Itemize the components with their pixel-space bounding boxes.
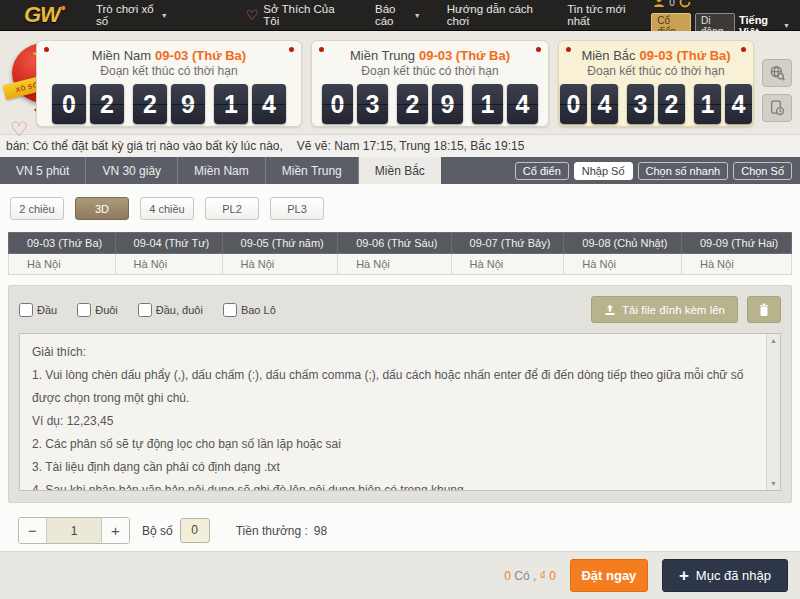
heart-icon[interactable]: ♡ [10, 117, 28, 141]
sets-label: Bộ số [142, 524, 173, 538]
balance-amount: 0 [669, 0, 675, 8]
scroll-down-icon[interactable]: ▼ [770, 477, 777, 490]
multiplier-input[interactable] [46, 518, 102, 543]
checkbox-dau-duoi[interactable]: Đầu, đuôi [138, 303, 203, 317]
region-countdown-panels: Miền Nam09-03 (Thứ Ba) Đoạn kết thúc có … [36, 40, 754, 127]
refresh-icon[interactable] [679, 0, 691, 12]
countdown-strip: ★ XỔ SỐ VIỆT NAM ♡ Miền Nam09-03 (Thứ Ba… [0, 31, 800, 135]
countdown-timer: 03 29 14 [312, 84, 548, 124]
timer-digit: 9 [432, 84, 463, 124]
checkbox-input[interactable] [19, 303, 33, 317]
results-lookup-button[interactable] [762, 59, 792, 87]
mode-co-dien-button[interactable]: Cổ điển [515, 162, 569, 180]
subtab-pl2[interactable]: PL2 [205, 197, 259, 220]
venue-cell[interactable]: Hà Nội [681, 254, 791, 275]
tab-mien-nam[interactable]: Miền Nam [178, 157, 266, 184]
mode-chon-so-nhanh-button[interactable]: Chọn số nhanh [638, 162, 729, 180]
main-content: 2 chiều 3D 4 chiều PL2 PL3 09-03 (Thứ Ba… [0, 184, 800, 599]
increment-button[interactable]: + [102, 518, 129, 543]
timer-digit: 2 [90, 84, 124, 124]
entered-items-button[interactable]: +Mục đã nhập [662, 559, 788, 592]
checkbox-bao-lo[interactable]: Bao Lô [223, 303, 276, 317]
timer-digit: 9 [171, 84, 205, 124]
clear-trash-button[interactable] [747, 296, 781, 323]
date-header: 09-09 (Thứ Hai) [681, 233, 791, 254]
panel-mien-trung: Miền Trung09-03 (Thứ Ba) Đoạn kết thúc c… [311, 40, 549, 127]
corner-dot [289, 47, 294, 52]
history-document-button[interactable] [762, 94, 792, 122]
decrement-button[interactable]: − [19, 518, 46, 543]
heart-icon: ♡ [246, 8, 259, 22]
draw-date: 09-03 (Thứ Ba) [155, 48, 246, 63]
sale-info-text: bán: Có thể đặt bất kỳ giá trị nào vào b… [6, 139, 283, 153]
corner-dot [319, 47, 324, 52]
deadline-label: Đoạn kết thúc có thời hạn [559, 64, 753, 78]
venue-cell[interactable]: Hà Nội [9, 254, 116, 275]
checkbox-duoi[interactable]: Đuôi [77, 303, 118, 317]
checkbox-dau[interactable]: Đầu [19, 303, 57, 317]
venue-cell[interactable]: Hà Nội [564, 254, 682, 275]
subtab-pl3[interactable]: PL3 [270, 197, 324, 220]
place-bet-button[interactable]: Đặt ngay [570, 559, 648, 592]
timer-digit: 4 [725, 84, 752, 124]
venue-cell[interactable]: Hà Nội [222, 254, 338, 275]
mode-chon-so-button[interactable]: Chọn Số [733, 162, 792, 180]
user-icon[interactable] [653, 0, 665, 12]
timer-digit: 2 [397, 84, 428, 124]
reward-text: Tiền thưởng :98 [236, 524, 328, 538]
timer-digit: 2 [658, 84, 685, 124]
brand-logo[interactable]: GW● [24, 2, 65, 28]
textarea-scrollbar[interactable]: ▲ ▼ [766, 334, 780, 490]
entry-mode-buttons: Cổ điển Nhập Số Chọn số nhanh Chọn Số [515, 157, 800, 184]
plus-icon: + [679, 567, 689, 584]
chevron-down-icon: ▼ [161, 12, 168, 19]
table-row: Hà Nội Hà Nội Hà Nội Hà Nội Hà Nội Hà Nộ… [9, 254, 792, 275]
logo-dot-icon: ● [60, 2, 65, 13]
reward-value: 98 [314, 524, 327, 538]
venue-cell[interactable]: Hà Nội [115, 254, 222, 275]
corner-dot [44, 47, 49, 52]
numbers-textarea[interactable]: Giải thích: 1. Vui lòng chèn dấu phẩy (,… [20, 334, 780, 490]
date-header: 09-08 (Chủ Nhật) [564, 233, 682, 254]
venue-cell[interactable]: Hà Nội [338, 254, 451, 275]
date-header: 09-06 (Thứ Sáu) [338, 233, 451, 254]
timer-digit: 0 [52, 84, 86, 124]
timer-digit: 4 [507, 84, 538, 124]
chevron-down-icon: ▼ [783, 22, 790, 29]
game-type-subtabs: 2 chiều 3D 4 chiều PL2 PL3 [0, 184, 800, 220]
side-tools [762, 59, 792, 122]
deadline-label: Đoạn kết thúc có thời hạn [312, 64, 548, 78]
timer-digit: 4 [252, 84, 286, 124]
subtab-2-chieu[interactable]: 2 chiều [10, 197, 64, 220]
timer-digit: 1 [694, 84, 721, 124]
subtab-4-chieu[interactable]: 4 chiều [140, 197, 194, 220]
nav-item-games[interactable]: Trò chơi xổ số▼ [83, 0, 181, 31]
mode-nhap-so-button[interactable]: Nhập Số [574, 162, 633, 180]
checkbox-input[interactable] [223, 303, 237, 317]
bet-options-row: Đầu Đuôi Đầu, đuôi Bao Lô Tải file đính … [19, 296, 781, 323]
scroll-up-icon[interactable]: ▲ [770, 334, 777, 347]
table-header-row: 09-03 (Thứ Ba) 09-04 (Thứ Tư) 09-05 (Thứ… [9, 233, 792, 254]
nav-item-news[interactable]: Tin tức mới nhất [554, 0, 651, 31]
tab-vn-30-giay[interactable]: VN 30 giây [86, 157, 178, 184]
countdown-timer: 04 32 14 [559, 84, 753, 124]
draw-times-text: Vẽ vẽ: Nam 17:15, Trung 18:15, Bắc 19:15 [297, 139, 524, 153]
tab-vn-5-phut[interactable]: VN 5 phút [0, 157, 86, 184]
chevron-down-icon: ▼ [414, 12, 421, 19]
multiplier-stepper: − + [18, 517, 130, 544]
subtab-3d[interactable]: 3D [75, 197, 129, 220]
tab-mien-trung[interactable]: Miền Trung [266, 157, 359, 184]
region-name: Miền Trung [350, 48, 415, 63]
timer-digit: 3 [627, 84, 654, 124]
timer-digit: 1 [214, 84, 248, 124]
venue-cell[interactable]: Hà Nội [451, 254, 564, 275]
nav-item-howto[interactable]: Hướng dẫn cách chơi [434, 0, 554, 31]
nav-item-reports[interactable]: Báo cáo▼ [362, 0, 434, 31]
upload-icon [604, 304, 616, 316]
nav-item-favorites[interactable]: ♡Sở Thích Của Tôi [233, 0, 350, 31]
checkbox-input[interactable] [77, 303, 91, 317]
draw-date: 09-03 (Thứ Ba) [640, 48, 731, 63]
tab-mien-bac[interactable]: Miền Bắc [359, 157, 441, 184]
upload-file-button[interactable]: Tải file đính kèm lên [591, 296, 738, 323]
checkbox-input[interactable] [138, 303, 152, 317]
